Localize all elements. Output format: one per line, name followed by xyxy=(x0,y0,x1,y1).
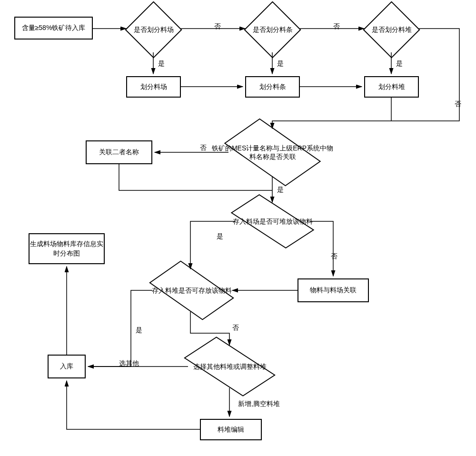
decision-divide-pile: 是否划分料堆 xyxy=(371,10,412,50)
decision-choose-other-text: 选择其他料堆或调整料堆 xyxy=(175,362,285,371)
act-mat-yard-link: 物料与料场关联 xyxy=(298,278,369,302)
label-no: 否 xyxy=(331,252,337,261)
label-no: 否 xyxy=(200,144,207,152)
label-add-empty: 新增,腾空料堆 xyxy=(238,400,280,408)
decision-divide-yard: 是否划分料场 xyxy=(133,10,174,50)
label-yes: 是 xyxy=(217,232,223,241)
decision-pile-can-store-text: 存入料堆是否可存放该物料 xyxy=(140,286,243,295)
decision-mes-erp-text: 铁矿的MES计量名称与上级ERP系统中物料名称是否关联 xyxy=(210,144,336,161)
label-yes: 是 xyxy=(136,326,142,335)
act-divide-strip: 划分料条 xyxy=(245,76,300,98)
act-divide-yard: 划分料场 xyxy=(126,76,181,98)
decision-divide-strip: 是否划分料条 xyxy=(252,10,293,50)
decision-yard-can-store: 存入料场是否可堆放该物料 xyxy=(240,205,305,238)
decision-divide-pile-text: 是否划分料堆 xyxy=(363,25,420,34)
label-yes: 是 xyxy=(277,59,284,68)
decision-divide-strip-text: 是否划分料条 xyxy=(244,25,301,34)
label-choose-other: 选其他 xyxy=(119,359,139,368)
decision-choose-other: 选择其他料堆或调整料堆 xyxy=(195,347,264,386)
label-no: 否 xyxy=(232,324,239,332)
act-associate-names: 关联二者名称 xyxy=(86,140,152,164)
start-label: 含量≥58%铁矿待入库 xyxy=(14,17,93,40)
decision-pile-can-store: 存入料堆是否可存放该物料 xyxy=(159,271,224,309)
act-report: 生成料场物料库存信息实时分布图 xyxy=(29,233,105,264)
label-no: 否 xyxy=(333,22,340,31)
label-yes: 是 xyxy=(277,186,284,194)
act-divide-pile: 划分料堆 xyxy=(364,76,419,98)
decision-mes-erp: 铁矿的MES计量名称与上级ERP系统中物料名称是否关联 xyxy=(236,131,309,174)
label-yes: 是 xyxy=(396,59,403,68)
act-pile-edit: 料堆编辑 xyxy=(200,419,262,440)
decision-divide-yard-text: 是否划分料场 xyxy=(125,25,182,34)
label-no: 否 xyxy=(214,22,221,31)
label-no: 否 xyxy=(455,100,461,109)
label-yes: 是 xyxy=(158,59,165,68)
act-store: 入库 xyxy=(48,355,86,378)
decision-yard-can-store-text: 存入料场是否可堆放该物料 xyxy=(218,217,327,226)
